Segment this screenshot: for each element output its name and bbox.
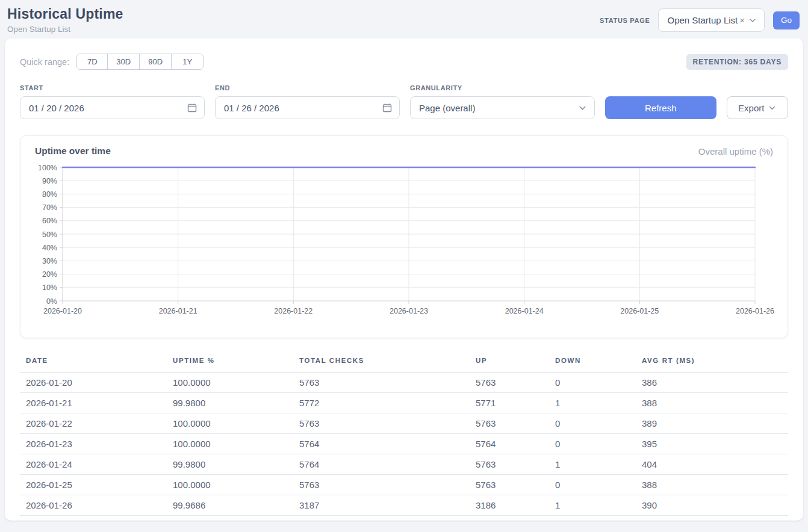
- svg-text:50%: 50%: [42, 230, 57, 239]
- table-cell: 5764: [293, 454, 470, 475]
- svg-text:2026-01-22: 2026-01-22: [274, 307, 312, 315]
- column-header: TOTAL CHECKS: [293, 352, 470, 373]
- svg-text:40%: 40%: [42, 244, 57, 252]
- table-cell: 100.0000: [167, 434, 293, 454]
- retention-badge: RETENTION: 365 DAYS: [686, 54, 788, 70]
- table-cell: 1: [549, 393, 636, 413]
- column-header: DOWN: [549, 352, 636, 373]
- table-cell: 5763: [470, 454, 549, 475]
- table-cell: 5763: [293, 475, 470, 495]
- table-cell: 388: [636, 475, 788, 495]
- clear-icon[interactable]: ×: [739, 15, 745, 25]
- table-cell: 5764: [470, 434, 549, 454]
- table-cell: 395: [636, 434, 788, 454]
- table-cell: 5771: [470, 393, 549, 413]
- title-block: Historical Uptime Open Startup List: [7, 6, 123, 34]
- calendar-icon[interactable]: [187, 103, 197, 113]
- quick-range-7d[interactable]: 7D: [77, 54, 107, 69]
- svg-text:60%: 60%: [42, 217, 57, 225]
- table-cell: 0: [549, 475, 636, 495]
- table-cell: 100.0000: [167, 373, 293, 393]
- table-cell: 5763: [470, 373, 549, 393]
- quick-range-segmented: 7D30D90D1Y: [76, 54, 204, 70]
- table-cell: 99.9800: [167, 393, 293, 413]
- table-cell: 2026-01-24: [20, 454, 167, 475]
- table-row: 2026-01-23100.0000576457640395: [20, 434, 788, 454]
- table-cell: 0: [549, 373, 636, 393]
- table-cell: 2026-01-21: [20, 393, 167, 413]
- table-cell: 388: [636, 393, 788, 413]
- status-page-select[interactable]: Open Startup List ×: [658, 8, 765, 32]
- main-panel: Quick range: 7D30D90D1Y RETENTION: 365 D…: [5, 39, 803, 521]
- table-cell: 5763: [293, 413, 470, 434]
- column-header: AVG RT (MS): [636, 352, 788, 373]
- table-cell: 389: [636, 413, 788, 434]
- end-label: END: [215, 84, 400, 91]
- table-cell: 5763: [470, 475, 549, 495]
- header-right: STATUS PAGE Open Startup List × Go: [600, 8, 800, 32]
- svg-text:90%: 90%: [42, 177, 57, 185]
- quick-range-30d[interactable]: 30D: [107, 54, 139, 69]
- svg-text:2026-01-26: 2026-01-26: [736, 307, 774, 315]
- svg-text:30%: 30%: [42, 257, 57, 265]
- granularity-value: Page (overall): [419, 103, 475, 113]
- start-date-value: 01 / 20 / 2026: [29, 103, 84, 113]
- page-title: Historical Uptime: [7, 6, 123, 22]
- table-cell: 2026-01-25: [20, 475, 167, 495]
- calendar-icon[interactable]: [382, 103, 392, 113]
- table-cell: 99.9686: [167, 495, 293, 516]
- uptime-line-chart: 0%10%20%30%40%50%60%70%80%90%100%2026-01…: [35, 160, 773, 323]
- table-cell: 1: [549, 454, 636, 475]
- table-cell: 390: [636, 495, 788, 516]
- table-row: 2026-01-20100.0000576357630386: [20, 373, 788, 393]
- export-button-label: Export: [738, 103, 764, 113]
- end-date-input[interactable]: 01 / 26 / 2026: [215, 96, 400, 119]
- quick-range-row: Quick range: 7D30D90D1Y RETENTION: 365 D…: [20, 54, 788, 70]
- granularity-select[interactable]: Page (overall): [410, 96, 595, 119]
- table-cell: 2026-01-23: [20, 434, 167, 454]
- quick-range-90d[interactable]: 90D: [139, 54, 171, 69]
- table-cell: 3186: [470, 495, 549, 516]
- page-subtitle: Open Startup List: [7, 25, 123, 34]
- go-button[interactable]: Go: [773, 11, 800, 29]
- table-cell: 100.0000: [167, 413, 293, 434]
- table-row: 2026-01-2699.9686318731861390: [20, 495, 788, 516]
- filters-row: START 01 / 20 / 2026 END 01 / 26 / 2026 …: [20, 84, 788, 119]
- table-cell: 2026-01-20: [20, 373, 167, 393]
- chevron-down-icon: [578, 104, 587, 113]
- page-header: Historical Uptime Open Startup List STAT…: [0, 0, 808, 39]
- table-cell: 100.0000: [167, 475, 293, 495]
- refresh-button[interactable]: Refresh: [605, 96, 716, 119]
- svg-text:70%: 70%: [42, 203, 57, 212]
- svg-text:20%: 20%: [42, 270, 57, 279]
- table-cell: 5763: [470, 413, 549, 434]
- uptime-table-header: DATEUPTIME %TOTAL CHECKSUPDOWNAVG RT (MS…: [20, 352, 788, 373]
- svg-text:2026-01-24: 2026-01-24: [505, 307, 544, 315]
- table-cell: 5764: [293, 434, 470, 454]
- status-page-select-value: Open Startup List: [667, 15, 738, 25]
- svg-text:100%: 100%: [38, 164, 57, 172]
- uptime-table: DATEUPTIME %TOTAL CHECKSUPDOWNAVG RT (MS…: [20, 352, 788, 516]
- start-date-input[interactable]: 01 / 20 / 2026: [20, 96, 205, 119]
- status-page-label: STATUS PAGE: [600, 17, 650, 24]
- chevron-down-icon: [768, 104, 776, 112]
- quick-range-1y[interactable]: 1Y: [171, 54, 203, 69]
- svg-text:0%: 0%: [46, 297, 57, 306]
- table-row: 2026-01-2499.9800576457631404: [20, 454, 788, 475]
- table-row: 2026-01-22100.0000576357630389: [20, 413, 788, 434]
- quick-range-label: Quick range:: [20, 57, 69, 67]
- table-cell: 5763: [293, 373, 470, 393]
- svg-text:2026-01-20: 2026-01-20: [43, 307, 82, 315]
- granularity-label: GRANULARITY: [410, 84, 595, 91]
- table-cell: 0: [549, 434, 636, 454]
- chart-title: Uptime over time: [35, 146, 111, 156]
- table-row: 2026-01-2199.9800577257711388: [20, 393, 788, 413]
- table-cell: 404: [636, 454, 788, 475]
- column-header: DATE: [20, 352, 167, 373]
- start-label: START: [20, 84, 205, 91]
- table-cell: 2026-01-22: [20, 413, 167, 434]
- uptime-chart-card: Uptime over time Overall uptime (%) 0%10…: [20, 135, 788, 338]
- table-cell: 1: [549, 495, 636, 516]
- export-button[interactable]: Export: [727, 96, 788, 119]
- svg-text:2026-01-25: 2026-01-25: [620, 307, 659, 315]
